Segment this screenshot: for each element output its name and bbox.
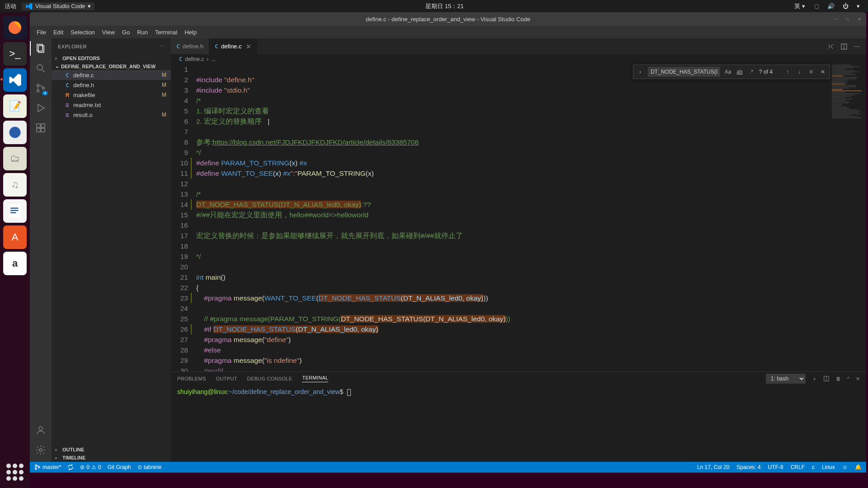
menu-file[interactable]: File [33,28,49,37]
code-line-17[interactable]: 宏定义替换的时候：是参如果能够继续展开，就先展开到底，如果碰到#/##就停止了 [196,230,866,241]
dock-thunderbird[interactable] [3,121,27,144]
tab-close-icon[interactable]: ✕ [246,43,251,50]
explorer-more-icon[interactable]: ⋯ [160,43,165,49]
code-line-11[interactable]: #define WANT_TO_SEE(x) #x":"PARAM_TO_STR… [196,168,866,178]
terminal-shell-select[interactable]: 1: bash [766,374,806,384]
dock-terminal[interactable]: >_ [3,42,27,66]
code-line-13[interactable]: /* [196,189,866,199]
status-tabnine[interactable]: ⊙ tabnine [137,464,161,470]
window-maximize[interactable]: □ [844,16,851,22]
status-branch[interactable]: master* [34,464,61,470]
power-icon[interactable]: ⏻ [842,3,849,9]
activity-search[interactable] [35,63,46,74]
menu-view[interactable]: View [99,28,118,37]
open-editors-section[interactable]: ›OPEN EDITORS [52,54,171,62]
status-feedback-icon[interactable]: ☺ [842,464,848,470]
activity-run[interactable] [35,103,46,113]
topbar-app-indicator[interactable]: Visual Studio Code ▾ [22,2,94,10]
panel-tab-output[interactable]: OUTPUT [216,376,237,381]
code-line-7[interactable] [196,127,866,137]
menu-edit[interactable]: Edit [50,28,66,37]
dock-rhythmbox[interactable]: ♫ [3,173,27,197]
file-define-c[interactable]: Cdefine.cM [52,70,171,80]
status-bell-icon[interactable]: 🔔 [855,464,862,470]
panel-tab-debug-console[interactable]: DEBUG CONSOLE [247,376,292,381]
code-editor[interactable]: 1234567891011121314151617181920212223242… [171,64,866,371]
find-next-icon[interactable]: ↓ [795,69,803,75]
find-case-icon[interactable]: Aa [724,69,732,75]
terminal-new-icon[interactable]: ＋ [812,375,817,382]
tab-define-c[interactable]: Cdefine.c✕ [209,38,257,54]
activity-explorer[interactable] [35,43,46,54]
window-close[interactable]: ✕ [856,16,863,22]
menu-run[interactable]: Run [134,28,151,37]
activity-scm[interactable]: 4 [35,83,46,94]
code-line-8[interactable]: 参考:https://blog.csdn.net/FJDJFKDJFKDJFKD… [196,137,866,147]
status-cursor[interactable]: Ln 17, Col 20 [697,464,729,470]
code-line-28[interactable]: #else [196,345,866,355]
file-readme-txt[interactable]: ≡readme.txt [52,100,171,110]
dock-files[interactable]: 🗂 [3,147,27,170]
code-line-21[interactable]: int main() [196,272,866,282]
find-regex-icon[interactable]: .* [747,69,755,75]
status-spaces[interactable]: Spaces: 4 [736,464,760,470]
status-encoding[interactable]: UTF-8 [768,464,783,470]
panel-close-icon[interactable]: ✕ [856,376,860,382]
dock-firefox[interactable] [3,16,27,39]
code-line-22[interactable]: { [196,282,866,293]
code-line-12[interactable] [196,178,866,189]
code-line-4[interactable]: /* [196,95,866,106]
code-line-10[interactable]: #define PARAM_TO_STRING(x) #x [196,158,866,168]
outline-section[interactable]: ›OUTLINE [52,446,171,454]
code-line-19[interactable]: */ [196,251,866,262]
compare-changes-icon[interactable] [827,43,834,50]
panel-tab-terminal[interactable]: TERMINAL [302,375,328,382]
find-close-icon[interactable]: ✕ [819,69,827,75]
menu-selection[interactable]: Selection [67,28,98,37]
file-define-h[interactable]: Cdefine.hM [52,80,171,90]
code-line-26[interactable]: #if DT_NODE_HAS_STATUS(DT_N_ALIAS_led0, … [196,324,866,334]
terminal-kill-icon[interactable]: 🗑 [836,376,841,381]
ime-indicator[interactable]: 英 ▾ [794,2,805,10]
code-line-6[interactable]: 2. 宏定义的替换顺序 | [196,116,866,127]
dock-vscode[interactable] [3,68,27,92]
find-prev-icon[interactable]: ↑ [783,69,792,75]
code-line-27[interactable]: #pragma message("define") [196,334,866,345]
find-toggle-replace-icon[interactable]: › [636,69,644,75]
code-line-9[interactable]: */ [196,147,866,158]
dock-libreoffice[interactable] [3,199,27,223]
status-problems[interactable]: ⊘ 0 ⚠ 0 [80,464,101,470]
code-line-29[interactable]: #pragma message("is ndefine") [196,355,866,366]
code-line-14[interactable]: DT_NODE_HAS_STATUS(DT_N_ALIAS_led0, okay… [196,199,866,210]
file-result-o[interactable]: ≡result.oM [52,110,171,120]
file-makefile[interactable]: MmakefileM [52,90,171,100]
panel-maximize-icon[interactable]: ^ [847,376,849,381]
volume-icon[interactable]: 🔊 [828,3,834,9]
code-line-30[interactable]: #endif [196,366,866,371]
breadcrumb[interactable]: C define.c › ... [171,54,866,64]
status-os[interactable]: Linux [822,464,835,470]
window-minimize[interactable]: ─ [833,16,839,22]
find-selection-icon[interactable]: ≡ [807,69,815,75]
code-line-15[interactable]: #/##只能在宏定义里面使用，hello##world=>helloworld [196,210,866,220]
code-line-24[interactable] [196,303,866,314]
panel-tab-problems[interactable]: PROBLEMS [177,376,206,381]
status-lang[interactable]: c [812,464,815,470]
find-input[interactable] [648,67,720,77]
find-word-icon[interactable]: ab [736,69,744,75]
accessibility-icon[interactable]: ◌ [813,3,820,9]
dock-text-editor[interactable]: 📝 [3,94,27,118]
activities-button[interactable]: 活动 [5,2,16,10]
dock-show-apps[interactable] [5,462,25,483]
code-line-25[interactable]: // #pragma message(PARAM_TO_STRING(DT_NO… [196,314,866,324]
code-line-18[interactable] [196,241,866,251]
activity-extensions[interactable] [35,122,46,133]
chevron-down-icon[interactable]: ▾ [857,3,860,9]
editor-more-icon[interactable]: ⋯ [854,43,860,50]
tab-define-h[interactable]: Cdefine.h [171,38,209,54]
terminal-split-icon[interactable] [823,375,830,382]
code-line-16[interactable] [196,220,866,230]
split-editor-icon[interactable] [840,43,848,50]
menu-help[interactable]: Help [181,28,200,37]
status-sync[interactable] [67,464,74,470]
